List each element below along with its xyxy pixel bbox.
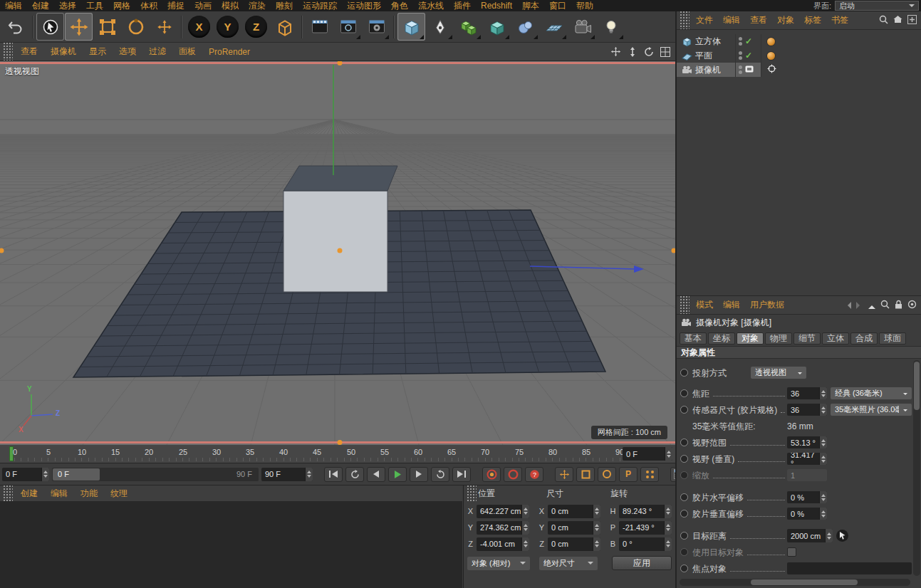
vp-menu-panel[interactable]: 面板 xyxy=(172,46,202,58)
enabled-check-icon[interactable]: ✓ xyxy=(745,51,752,60)
render-settings-button[interactable] xyxy=(363,13,390,41)
search-button[interactable] xyxy=(880,300,890,311)
add-light-button[interactable] xyxy=(597,13,625,41)
vertical-scrollbar[interactable] xyxy=(913,360,920,576)
om-menu-objects[interactable]: 对象 xyxy=(772,14,799,26)
rot-b-field[interactable]: 0 ° xyxy=(619,537,672,551)
add-generator-button[interactable] xyxy=(454,13,482,41)
pos-y-field[interactable]: 274.362 cm xyxy=(477,521,529,535)
menu-tools[interactable]: 工具 xyxy=(81,0,108,11)
key-position-toggle[interactable] xyxy=(555,467,573,482)
rot-h-field[interactable]: 89.243 ° xyxy=(619,505,672,518)
pick-target-button[interactable] xyxy=(836,530,848,542)
anim-knob[interactable] xyxy=(680,510,688,518)
move-tool[interactable] xyxy=(65,13,93,41)
object-name[interactable]: 立方体 xyxy=(695,36,721,48)
coordinate-system-button[interactable] xyxy=(271,13,298,41)
stepper[interactable] xyxy=(521,521,529,535)
fov-vertical-field[interactable]: 31.417 ° xyxy=(787,453,827,465)
projection-dropdown[interactable]: 透视视图 xyxy=(751,367,806,379)
om-menu-view[interactable]: 查看 xyxy=(745,14,772,26)
stepper[interactable] xyxy=(664,505,672,518)
key-pla-toggle[interactable] xyxy=(640,467,659,482)
anim-knob[interactable] xyxy=(680,565,688,572)
lock-x-axis-button[interactable]: X xyxy=(185,13,213,41)
next-frame-button[interactable] xyxy=(410,467,428,482)
camera-view-toggle[interactable] xyxy=(745,65,754,75)
up-level-icon[interactable] xyxy=(868,302,875,309)
menu-volume[interactable]: 体积 xyxy=(135,0,162,11)
scale-tool[interactable] xyxy=(93,13,121,41)
key-rotation-toggle[interactable] xyxy=(598,467,616,482)
mat-menu-function[interactable]: 功能 xyxy=(74,488,104,500)
horizontal-scrollbar[interactable] xyxy=(680,579,910,586)
vp-menu-view[interactable]: 查看 xyxy=(14,46,44,58)
lock-button[interactable] xyxy=(895,300,902,311)
orbit-view-button[interactable] xyxy=(642,46,655,58)
stepper[interactable] xyxy=(521,505,529,518)
mat-menu-create[interactable]: 创建 xyxy=(14,488,44,500)
live-selection-tool[interactable] xyxy=(36,13,64,41)
om-menu-tags[interactable]: 标签 xyxy=(799,14,826,26)
size-x-field[interactable]: 0 cm xyxy=(548,505,600,518)
range-slider-handle[interactable]: 0 F xyxy=(53,468,100,481)
prev-frame-button[interactable] xyxy=(367,467,385,482)
prev-key-button[interactable] xyxy=(345,467,364,482)
sensor-preset-dropdown[interactable]: 35毫米照片 (36.0毫米) xyxy=(831,404,912,416)
menu-pipeline[interactable]: 流水线 xyxy=(413,0,449,11)
range-end-stepper[interactable] xyxy=(305,468,313,481)
record-keyframe-button[interactable] xyxy=(482,467,501,482)
lock-y-axis-button[interactable]: Y xyxy=(214,13,241,41)
focal-preset-dropdown[interactable]: 经典 (36毫米) xyxy=(831,387,912,399)
cube-object-front[interactable] xyxy=(283,191,387,292)
history-back-icon[interactable] xyxy=(844,302,851,309)
object-name[interactable]: 摄像机 xyxy=(695,64,721,76)
menu-redshift[interactable]: Redshift xyxy=(476,0,517,11)
stepper[interactable] xyxy=(664,537,672,551)
search-button[interactable] xyxy=(879,15,888,26)
viewport-canvas[interactable] xyxy=(0,61,675,445)
visibility-dots[interactable] xyxy=(739,51,742,60)
tab-composition[interactable]: 合成 xyxy=(850,332,878,345)
key-scale-toggle[interactable] xyxy=(576,467,595,482)
stepper[interactable] xyxy=(521,537,529,551)
menu-animate[interactable]: 动画 xyxy=(189,0,217,11)
object-row-plane[interactable]: 平面 ✓ xyxy=(677,48,921,63)
stepper[interactable] xyxy=(664,521,672,535)
stepper[interactable] xyxy=(593,537,600,551)
tab-physical[interactable]: 物理 xyxy=(765,332,792,345)
menu-motion-tracker[interactable]: 运动跟踪 xyxy=(298,0,342,11)
stepper[interactable] xyxy=(819,387,827,399)
stepper[interactable] xyxy=(819,508,827,520)
menu-mesh[interactable]: 网格 xyxy=(108,0,135,11)
current-frame-field[interactable]: 0 F xyxy=(623,447,672,461)
focus-object-field[interactable] xyxy=(787,562,912,574)
vp-menu-filter[interactable]: 过滤 xyxy=(142,46,172,58)
film-offset-y-field[interactable]: 0 % xyxy=(787,508,827,520)
menu-window[interactable]: 窗口 xyxy=(544,0,571,11)
stepper[interactable] xyxy=(593,505,600,518)
am-menu-userdata[interactable]: 用户数据 xyxy=(745,299,789,311)
anim-knob[interactable] xyxy=(680,406,688,414)
om-menu-file[interactable]: 文件 xyxy=(691,14,718,26)
autokey-button[interactable] xyxy=(504,467,522,482)
mat-menu-edit[interactable]: 编辑 xyxy=(44,488,74,500)
pan-view-button[interactable] xyxy=(610,46,622,58)
stepper[interactable] xyxy=(819,453,827,465)
menu-sculpt[interactable]: 雕刻 xyxy=(271,0,298,11)
visibility-dots[interactable] xyxy=(739,65,742,74)
add-camera-button[interactable] xyxy=(568,13,596,41)
rot-p-field[interactable]: -21.439 ° xyxy=(619,521,672,535)
visibility-dots[interactable] xyxy=(739,37,742,46)
goto-end-button[interactable] xyxy=(452,467,471,482)
viewport-3d[interactable]: 透视视图 网格间距 : 100 cm Y Z X xyxy=(0,61,675,445)
frame-stepper[interactable] xyxy=(665,447,672,461)
anim-knob[interactable] xyxy=(680,455,688,463)
add-volume-button[interactable] xyxy=(511,13,539,41)
tab-basic[interactable]: 基本 xyxy=(680,332,707,345)
lock-z-axis-button[interactable]: Z xyxy=(242,13,270,41)
stepper[interactable] xyxy=(819,436,827,448)
film-offset-x-field[interactable]: 0 % xyxy=(787,491,827,503)
panel-grip[interactable] xyxy=(679,11,690,29)
timeline-ruler[interactable]: 0 5 10 15 20 25 30 35 40 45 50 55 60 65 … xyxy=(0,445,675,463)
